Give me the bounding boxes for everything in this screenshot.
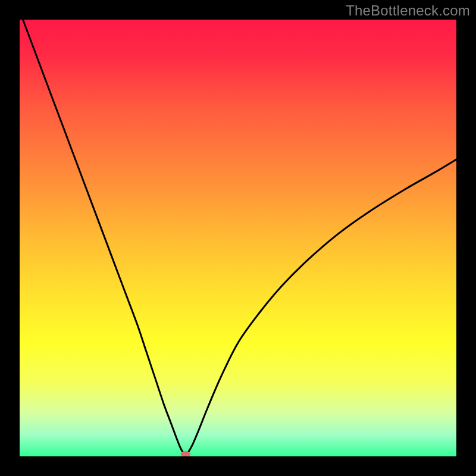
attribution-label: TheBottleneck.com: [346, 2, 470, 19]
gradient-background: [20, 20, 456, 456]
bottleneck-chart: [20, 20, 456, 456]
plot-area: [20, 20, 456, 456]
chart-frame: TheBottleneck.com: [0, 0, 476, 476]
